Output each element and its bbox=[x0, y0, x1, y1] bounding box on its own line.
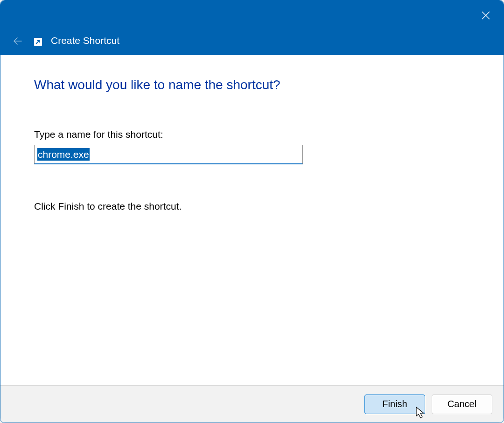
dialog-footer: Finish Cancel bbox=[0, 385, 504, 423]
shortcut-name-label: Type a name for this shortcut: bbox=[34, 129, 470, 140]
instruction-text: Click Finish to create the shortcut. bbox=[34, 201, 470, 212]
page-heading: What would you like to name the shortcut… bbox=[34, 78, 470, 92]
create-shortcut-dialog: Create Shortcut What would you like to n… bbox=[0, 0, 504, 423]
shortcut-icon bbox=[34, 38, 42, 46]
cancel-button[interactable]: Cancel bbox=[432, 395, 492, 414]
titlebar: Create Shortcut bbox=[0, 0, 504, 55]
close-icon bbox=[482, 11, 490, 20]
dialog-content: What would you like to name the shortcut… bbox=[0, 55, 504, 385]
shortcut-name-value: chrome.exe bbox=[37, 148, 90, 161]
back-button bbox=[11, 35, 24, 48]
back-arrow-icon bbox=[12, 35, 23, 47]
shortcut-name-input[interactable]: chrome.exe bbox=[34, 145, 303, 164]
finish-button[interactable]: Finish bbox=[364, 395, 425, 414]
dialog-title: Create Shortcut bbox=[51, 35, 119, 46]
close-button[interactable] bbox=[476, 6, 495, 25]
